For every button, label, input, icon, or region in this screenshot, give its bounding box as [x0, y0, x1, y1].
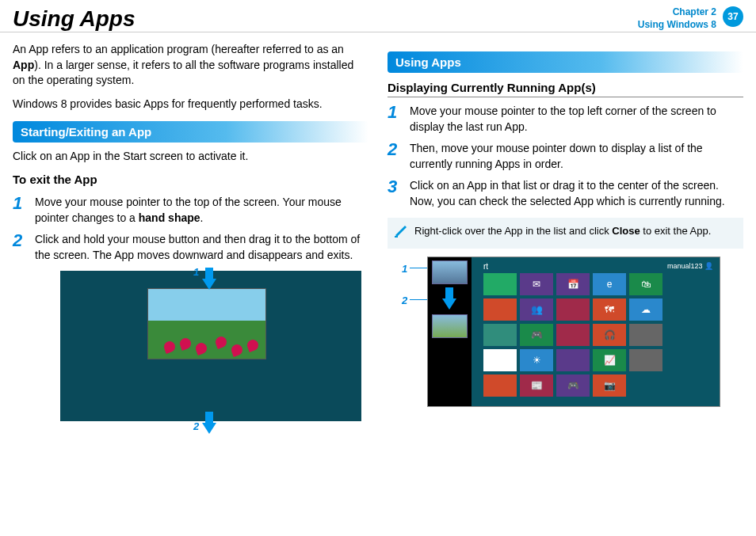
page-number-badge: 37: [723, 6, 743, 27]
user-label: manual123 👤: [667, 262, 713, 270]
section-heading-using-apps: Using Apps: [388, 51, 743, 73]
page-header: Using Apps Chapter 2 Using Windows 8 37: [0, 0, 756, 32]
start-label: rt: [483, 262, 488, 271]
illustration-2-wrap: 1 2 rt manual123 👤 ✉ 📅: [427, 257, 743, 407]
step-number: 1: [388, 104, 402, 135]
tile-maps: 🗺: [593, 298, 626, 321]
tile-music: 🎧: [593, 324, 626, 346]
arrow-1-body: [205, 268, 213, 279]
step-number: 2: [388, 141, 402, 172]
left-column: An App refers to an application program …: [13, 42, 368, 429]
chapter-line2: Using Windows 8: [638, 19, 716, 32]
step-text: Move your mouse pointer to the top left …: [410, 104, 743, 135]
tile-video: [556, 324, 590, 346]
step-number: 1: [13, 195, 27, 226]
tile: [483, 349, 517, 371]
tile: [629, 324, 662, 346]
chapter-info: Chapter 2 Using Windows 8: [638, 6, 716, 31]
tile: [483, 298, 517, 321]
tile-mail: ✉: [520, 273, 553, 295]
tile-people: 👥: [520, 298, 553, 321]
arrow-down-icon: [202, 279, 216, 290]
svg-rect-0: [395, 236, 398, 238]
chapter-line1: Chapter 2: [638, 6, 716, 19]
tile: [556, 349, 590, 371]
step-text: Click on an App in that list or drag it …: [410, 178, 743, 209]
illustration-exit-app: 1 2: [60, 271, 361, 421]
display-step-3: 3 Click on an App in that list or drag i…: [388, 178, 743, 209]
subheading-displaying: Displaying Currently Running App(s): [388, 81, 743, 97]
tile-grid: ✉ 📅 e 🛍 👥 🗺 ☁ 🎮 🎧 ☀: [483, 273, 662, 397]
arrow-down-icon: [202, 423, 216, 434]
callout-1: 1: [193, 266, 199, 278]
note-text: Right-click over the App in the list and…: [414, 224, 711, 242]
tile-weather: ☀: [520, 349, 553, 371]
tile-finance: 📈: [593, 349, 626, 371]
app-switcher-bar: [428, 257, 472, 406]
step-number: 2: [13, 232, 27, 263]
arrow-down-icon: [442, 298, 456, 310]
exit-heading: To exit the App: [13, 173, 368, 188]
header-right: Chapter 2 Using Windows 8 37: [638, 6, 743, 31]
display-step-1: 1 Move your mouse pointer to the top lef…: [388, 104, 743, 135]
tile-camera: 📷: [593, 374, 626, 397]
callout-1: 1: [402, 263, 407, 275]
app-thumb-2: [432, 314, 468, 338]
display-step-2: 2 Then, move your mouse pointer down to …: [388, 141, 743, 172]
tile-news: 📰: [520, 374, 553, 397]
app-thumb-1: [432, 260, 468, 284]
tile-calendar: 📅: [556, 273, 590, 295]
step-number: 3: [388, 178, 402, 209]
note-icon: [394, 224, 408, 242]
tile-skydrive: ☁: [629, 298, 662, 321]
intro-paragraph-1: An App refers to an application program …: [13, 42, 368, 89]
tile: [629, 349, 662, 371]
exit-step-1: 1 Move your mouse pointer to the top of …: [13, 195, 368, 226]
arrow-body: [445, 287, 453, 298]
click-instruction: Click on an App in the Start screen to a…: [13, 149, 368, 165]
tile-store: 🛍: [629, 273, 662, 295]
step-text: Then, move your mouse pointer down to di…: [410, 141, 743, 172]
arrow-2-body: [205, 412, 213, 423]
illustration-1-wrap: 1 2: [13, 271, 368, 421]
intro-paragraph-2: Windows 8 provides basic Apps for freque…: [13, 97, 368, 112]
tile: [483, 324, 517, 346]
right-column: Using Apps Displaying Currently Running …: [388, 42, 743, 429]
step-text: Click and hold your mouse button and the…: [35, 232, 368, 263]
tile: [483, 374, 517, 397]
tile: [483, 273, 517, 295]
content-area: An App refers to an application program …: [0, 42, 756, 429]
callout-2: 2: [402, 295, 407, 306]
tile: 🎮: [556, 374, 590, 397]
exit-step-2: 2 Click and hold your mouse button and t…: [13, 232, 368, 263]
tile-xbox: 🎮: [520, 324, 553, 346]
app-thumbnail: [147, 288, 266, 359]
tile-ie: e: [593, 273, 626, 295]
section-heading-starting: Starting/Exiting an App: [13, 121, 368, 143]
step-text: Move your mouse pointer to the top of th…: [35, 195, 368, 226]
callout-2: 2: [193, 420, 199, 432]
tile-photos: [556, 298, 590, 321]
note-box: Right-click over the App in the list and…: [388, 218, 743, 249]
page-title: Using Apps: [13, 6, 136, 32]
illustration-start-screen: rt manual123 👤 ✉ 📅 e 🛍 👥 🗺 ☁ 🎮: [427, 257, 720, 407]
